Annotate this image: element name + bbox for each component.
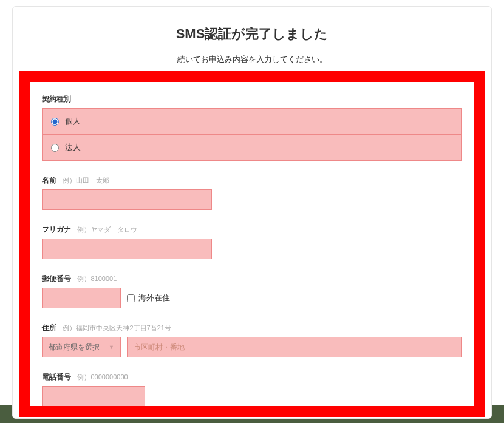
overseas-checkbox[interactable]: [127, 294, 135, 302]
chevron-down-icon: ▼: [109, 344, 114, 350]
field-address: 住所 例）福岡市中央区天神2丁目7番21号 都道府県を選択 ▼: [42, 322, 462, 357]
radio-individual[interactable]: 個人: [43, 109, 461, 135]
field-postal: 郵便番号 例）8100001 海外在住: [42, 272, 462, 308]
field-contract-type: 契約種別 個人 法人: [42, 93, 462, 161]
name-hint: 例）山田 太郎: [63, 177, 109, 184]
overseas-label: 海外在住: [138, 293, 170, 303]
contract-type-radio-group: 個人 法人: [42, 108, 462, 161]
phone-input[interactable]: [42, 386, 145, 407]
prefecture-placeholder: 都道府県を選択: [49, 342, 100, 353]
furigana-input[interactable]: [42, 239, 212, 259]
radio-corporate[interactable]: 法人: [43, 135, 461, 160]
furigana-hint: 例）ヤマダ タロウ: [77, 226, 137, 233]
overseas-checkbox-row[interactable]: 海外在住: [127, 293, 170, 303]
postal-input[interactable]: [42, 288, 121, 308]
prefecture-select[interactable]: 都道府県を選択 ▼: [42, 337, 121, 357]
phone-label: 電話番号: [42, 372, 71, 382]
field-furigana: フリガナ 例）ヤマダ タロウ: [42, 223, 462, 259]
postal-label: 郵便番号: [42, 274, 71, 284]
radio-corporate-input[interactable]: [51, 144, 59, 152]
furigana-label: フリガナ: [42, 225, 71, 235]
field-name: 名前 例）山田 太郎: [42, 174, 462, 210]
phone-hint: 例）0000000000: [77, 373, 128, 381]
address-label: 住所: [42, 323, 56, 333]
form-highlight-box: 契約種別 個人 法人 名前 例）山田 太郎 フリガナ 例）: [19, 71, 485, 417]
postal-hint: 例）8100001: [77, 275, 117, 282]
name-input[interactable]: [42, 189, 212, 210]
field-phone: 電話番号 例）0000000000: [42, 371, 462, 407]
page-subtitle: 続いてお申込み内容を入力してください。: [13, 54, 491, 65]
radio-individual-label: 個人: [65, 116, 81, 127]
form-card: SMS認証が完了しました 続いてお申込み内容を入力してください。 契約種別 個人…: [12, 6, 492, 419]
radio-individual-input[interactable]: [51, 118, 59, 126]
address-hint: 例）福岡市中央区天神2丁目7番21号: [63, 324, 171, 331]
page-title: SMS認証が完了しました: [13, 25, 491, 43]
radio-corporate-label: 法人: [65, 142, 81, 153]
contract-type-label: 契約種別: [42, 94, 71, 104]
address-city-input[interactable]: [127, 337, 462, 357]
name-label: 名前: [42, 175, 56, 186]
